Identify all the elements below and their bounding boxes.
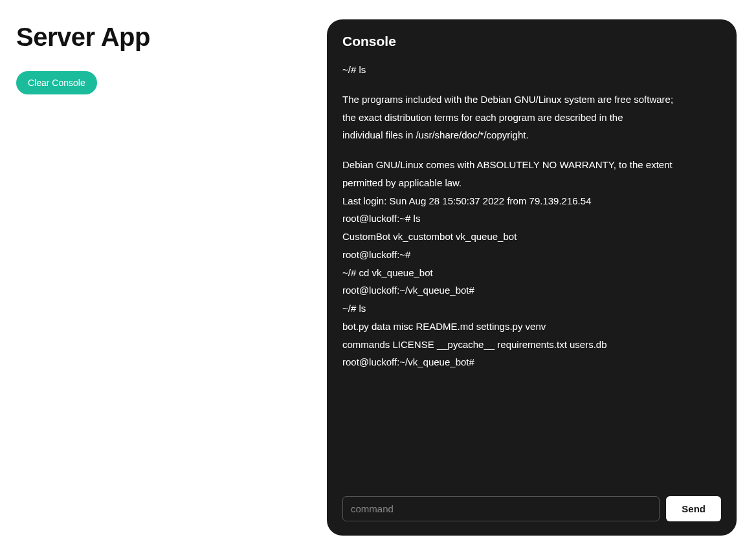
console-title: Console (342, 34, 721, 49)
console-line: root@luckoff:~/vk_queue_bot# (342, 353, 721, 371)
console-line: the exact distribution terms for each pr… (342, 109, 721, 127)
clear-console-button[interactable]: Clear Console (16, 71, 97, 94)
console-block: Debian GNU/Linux comes with ABSOLUTELY N… (342, 156, 721, 371)
console-line: permitted by applicable law. (342, 174, 721, 192)
page-title: Server App (16, 23, 314, 52)
console-line: ~/# cd vk_queue_bot (342, 264, 721, 282)
console-line: ~/# ls (342, 299, 721, 318)
console-line: CustomBot vk_custombot vk_queue_bot (342, 228, 721, 246)
console-line: root@luckoff:~# (342, 246, 721, 264)
app-root: Server App Clear Console Console ~/# ls … (0, 0, 756, 555)
console-line: ~/# ls (342, 61, 721, 79)
console-line: root@luckoff:~# ls (342, 210, 721, 228)
left-panel: Server App Clear Console (16, 19, 314, 536)
console-line: commands LICENSE __pycache__ requirement… (342, 336, 721, 354)
console-panel: Console ~/# ls The programs included wit… (327, 19, 737, 536)
console-output: ~/# ls The programs included with the De… (342, 61, 721, 488)
console-line: bot.py data misc README.md settings.py v… (342, 318, 721, 336)
console-line: Last login: Sun Aug 28 15:50:37 2022 fro… (342, 192, 721, 210)
command-input[interactable] (342, 496, 660, 521)
console-line: individual files in /usr/share/doc/*/cop… (342, 126, 721, 144)
console-input-row: Send (342, 496, 721, 521)
console-block: The programs included with the Debian GN… (342, 91, 721, 144)
console-line: Debian GNU/Linux comes with ABSOLUTELY N… (342, 156, 721, 174)
console-block: ~/# ls (342, 61, 721, 79)
send-button[interactable]: Send (666, 496, 721, 521)
console-line: root@luckoff:~/vk_queue_bot# (342, 281, 721, 299)
console-line: The programs included with the Debian GN… (342, 91, 721, 109)
